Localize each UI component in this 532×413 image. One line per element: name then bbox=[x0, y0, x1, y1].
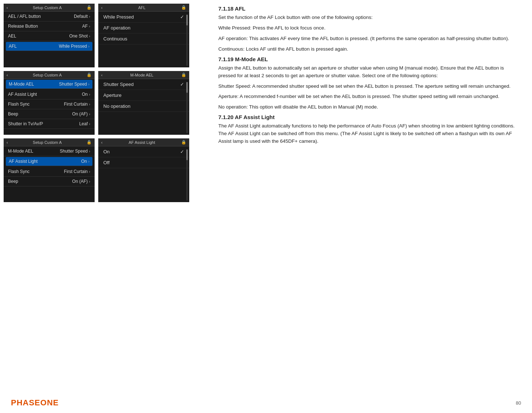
back-arrow-icon-3b: ‹ bbox=[101, 140, 103, 145]
screenshot-row-1: ‹ Setup Custom A 🔒 AEL / AFL button Defa… bbox=[4, 4, 207, 67]
page-container: ‹ Setup Custom A 🔒 AEL / AFL button Defa… bbox=[0, 0, 532, 413]
option-off: Off bbox=[98, 157, 189, 168]
menu-item-ael-afl: AEL / AFL button Default › bbox=[4, 12, 95, 21]
option-shutter-speed: Shutter Speed ✓ bbox=[98, 79, 189, 90]
lock-icon-2a: 🔒 bbox=[87, 72, 92, 77]
brand-suffix: ONE bbox=[40, 398, 59, 407]
menu-item-shutter-tvavp: Shutter in Tv/Av/P Leaf › bbox=[4, 119, 95, 129]
page-number: 80 bbox=[516, 400, 521, 406]
lcd-screen-1a: ‹ Setup Custom A 🔒 AEL / AFL button Defa… bbox=[4, 4, 95, 67]
lcd-screen-2b: ‹ M-Mode AEL 🔒 Shutter Speed ✓ Aperture … bbox=[98, 71, 189, 135]
menu-item-flash-sync-2: Flash Sync First Curtain › bbox=[4, 167, 95, 177]
back-arrow-icon-2b: ‹ bbox=[101, 73, 103, 77]
option-aperture: Aperture bbox=[98, 90, 189, 101]
screen-title-2b: M-Mode AEL bbox=[130, 73, 154, 77]
right-panel: 7.1.18 AFL Set the function of the AF Lo… bbox=[211, 0, 532, 413]
lcd-header-2a: ‹ Setup Custom A 🔒 bbox=[4, 71, 95, 79]
lcd-header-1b: ‹ AFL 🔒 bbox=[98, 4, 189, 12]
lock-icon-3b: 🔒 bbox=[181, 140, 186, 145]
brand-prefix: PHASE bbox=[11, 398, 40, 407]
menu-item-beep-2: Beep On (AF) › bbox=[4, 177, 95, 186]
option-on: On ✓ bbox=[98, 146, 189, 157]
afl-para-2: While Pressed: Press the AFL to lock foc… bbox=[218, 24, 521, 32]
screen-title-1a: Setup Custom A bbox=[33, 5, 62, 10]
scroll-thumb-3b bbox=[186, 149, 188, 160]
brand-logo: PHASEONE bbox=[11, 398, 59, 408]
option-while-pressed: While Pressed ✓ bbox=[98, 12, 189, 23]
afl-para-3: AF operation: This activates AF every ti… bbox=[218, 35, 521, 43]
lcd-screen-1b: ‹ AFL 🔒 While Pressed ✓ AF operation Con… bbox=[98, 4, 189, 67]
lcd-header-1a: ‹ Setup Custom A 🔒 bbox=[4, 4, 95, 12]
back-arrow-icon-2a: ‹ bbox=[7, 73, 8, 77]
screen-title-3b: AF Assist Light bbox=[128, 140, 155, 145]
option-continuous: Continuous bbox=[98, 34, 189, 44]
page-footer: PHASEONE 80 bbox=[0, 398, 532, 408]
afl-para-4: Continuous: Locks AF until the AFL butto… bbox=[218, 46, 521, 53]
lcd-header-3a: ‹ Setup Custom A 🔒 bbox=[4, 138, 95, 146]
scroll-bar-2b bbox=[186, 82, 188, 133]
lcd-header-3b: ‹ AF Assist Light 🔒 bbox=[98, 138, 189, 146]
screenshot-row-2: ‹ Setup Custom A 🔒 M-Mode AEL Shutter Sp… bbox=[4, 71, 207, 135]
mmode-para-3: Aperture: A recommended f-number will be… bbox=[218, 93, 521, 101]
back-arrow-icon-3a: ‹ bbox=[7, 140, 8, 145]
menu-item-mmode-2: M-Mode AEL Shutter Speed › bbox=[4, 146, 95, 156]
scroll-bar-3b bbox=[186, 149, 188, 201]
section-afl: 7.1.18 AFL Set the function of the AF Lo… bbox=[218, 5, 521, 53]
section-title-af-assist: 7.1.20 AF Assist Light bbox=[218, 114, 521, 120]
lcd-screen-2a: ‹ Setup Custom A 🔒 M-Mode AEL Shutter Sp… bbox=[4, 71, 95, 135]
af-assist-para-1: The AF Assist Light automatically functi… bbox=[218, 122, 521, 145]
menu-item-af-assist: AF Assist Light On › bbox=[4, 90, 95, 99]
menu-item-af-assist-selected: AF Assist Light On › bbox=[6, 157, 92, 166]
screen-title-3a: Setup Custom A bbox=[33, 140, 62, 145]
scroll-bar-1b bbox=[186, 15, 188, 66]
mmode-para-2: Shutter Speed: A recommended shutter spe… bbox=[218, 83, 521, 90]
lock-icon-1b: 🔒 bbox=[181, 5, 186, 10]
option-no-operation: No operation bbox=[98, 101, 189, 112]
scroll-thumb-2b bbox=[186, 82, 188, 93]
menu-item-afl-selected: AFL While Pressed › bbox=[6, 42, 92, 51]
section-af-assist: 7.1.20 AF Assist Light The AF Assist Lig… bbox=[218, 114, 521, 145]
section-mmode-ael: 7.1.19 M-Mode AEL Assign the AEL button … bbox=[218, 56, 521, 111]
scroll-thumb-1b bbox=[186, 15, 188, 25]
section-title-afl: 7.1.18 AFL bbox=[218, 5, 521, 12]
option-af-operation: AF operation bbox=[98, 23, 189, 34]
lock-icon-1a: 🔒 bbox=[87, 5, 92, 10]
menu-item-beep: Beep On (AF) › bbox=[4, 109, 95, 119]
screen-title-2a: Setup Custom A bbox=[33, 73, 62, 77]
mmode-para-1: Assign the AEL button to automatically s… bbox=[218, 64, 521, 80]
menu-item-flash-sync: Flash Sync First Curtain › bbox=[4, 99, 95, 109]
lock-icon-3a: 🔒 bbox=[87, 140, 92, 145]
afl-para-1: Set the function of the AF Lock button w… bbox=[218, 14, 521, 21]
lcd-screen-3b: ‹ AF Assist Light 🔒 On ✓ Off bbox=[98, 138, 189, 202]
lcd-screen-3a: ‹ Setup Custom A 🔒 M-Mode AEL Shutter Sp… bbox=[4, 138, 95, 202]
lcd-header-2b: ‹ M-Mode AEL 🔒 bbox=[98, 71, 189, 79]
screenshot-row-3: ‹ Setup Custom A 🔒 M-Mode AEL Shutter Sp… bbox=[4, 138, 207, 202]
mmode-para-4: No operation: This option will disable t… bbox=[218, 103, 521, 111]
back-arrow-icon-1b: ‹ bbox=[101, 5, 103, 10]
menu-item-ael: AEL One Shot › bbox=[4, 31, 95, 41]
menu-item-release: Release Button AF › bbox=[4, 21, 95, 31]
back-arrow-icon: ‹ bbox=[7, 5, 8, 10]
section-title-mmode: 7.1.19 M-Mode AEL bbox=[218, 56, 521, 62]
menu-item-mmode-selected: M-Mode AEL Shutter Speed › bbox=[6, 80, 92, 89]
left-panel: ‹ Setup Custom A 🔒 AEL / AFL button Defa… bbox=[0, 0, 211, 413]
lock-icon-2b: 🔒 bbox=[181, 72, 186, 77]
screen-title-1b: AFL bbox=[138, 5, 146, 10]
